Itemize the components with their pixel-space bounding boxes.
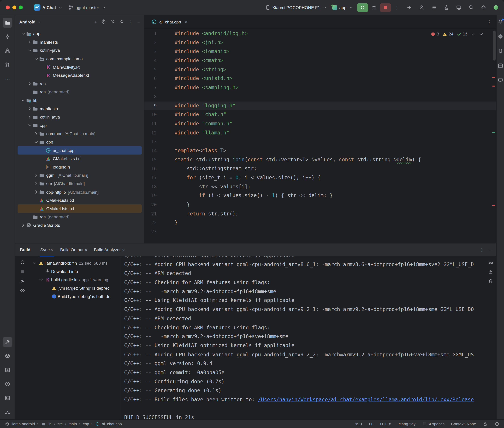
code-line-5[interactable]: 5#include <string> <box>144 65 496 74</box>
chevron-right-icon[interactable] <box>26 81 33 86</box>
project-tool-button[interactable] <box>3 18 12 28</box>
run-config-selector[interactable]: app <box>330 3 356 12</box>
clang-tidy-widget[interactable]: .clang-tidy <box>398 421 416 426</box>
next-issue-icon[interactable] <box>479 32 484 37</box>
structure-tool-button[interactable] <box>3 46 12 56</box>
task-list-button[interactable] <box>429 3 439 12</box>
tree-item-res[interactable]: res(generated) <box>18 213 142 221</box>
search-everywhere-button[interactable] <box>466 3 476 12</box>
code-line-13[interactable]: 13 <box>144 137 496 147</box>
inspection-indicator-icon[interactable] <box>494 421 499 427</box>
tree-item-kotlin-java[interactable]: kotlin+java <box>18 46 142 55</box>
breadcrumb-item-src[interactable]: src <box>58 421 63 426</box>
user-avatar[interactable] <box>491 3 501 12</box>
minimize-panel-icon[interactable]: − <box>489 247 492 252</box>
code-line-17[interactable]: 17 for (size_t i = 0; i < values.size();… <box>144 173 496 182</box>
app-inspection-tool-button[interactable] <box>3 351 12 361</box>
line-separator[interactable]: LF <box>369 421 374 426</box>
editor-scrollbar[interactable] <box>492 29 496 243</box>
collapse-all-icon[interactable] <box>119 19 125 24</box>
tree-item-kotlin-java[interactable]: kotlin+java <box>18 113 142 121</box>
rerun-sync-icon[interactable] <box>20 260 25 265</box>
chevron-down-icon[interactable] <box>33 56 39 61</box>
code-line-10[interactable]: 10#include "chat.h" <box>144 110 496 119</box>
error-stripe-mark[interactable] <box>492 77 495 78</box>
chevron-right-icon[interactable] <box>33 181 39 186</box>
build-tab-build-output[interactable]: Build Output× <box>57 243 91 256</box>
breadcrumb-item-llama-android[interactable]: llama.android <box>5 421 35 427</box>
device-selector[interactable]: Xiaomi POCOPHONE F1 <box>263 3 330 12</box>
editor-tab[interactable]: C+ ai_chat.cpp × <box>149 15 190 28</box>
code-line-22[interactable]: 22} <box>144 219 496 228</box>
code-line-12[interactable]: 12#include "llama.h" <box>144 128 496 138</box>
settings-button[interactable] <box>479 3 488 12</box>
tree-item-app[interactable]: app <box>18 30 142 38</box>
chevron-down-icon[interactable] <box>20 98 26 103</box>
code-line-18[interactable]: 18 str << values[i]; <box>144 182 496 191</box>
tree-item-jvmtarget-string-is-deprec[interactable]: 'jvmTarget: String' is deprec <box>29 284 120 292</box>
tree-item-cmakelists-txt[interactable]: CMakeLists.txt <box>18 155 142 163</box>
tree-item-manifests[interactable]: manifests <box>18 105 142 113</box>
build-tab-sync[interactable]: Sync× <box>37 243 57 256</box>
panel-options-icon[interactable]: ⋮ <box>128 19 133 24</box>
stop-sync-icon[interactable] <box>20 269 25 274</box>
project-widget[interactable]: AC AiChat <box>31 3 66 12</box>
expand-all-icon[interactable] <box>110 19 115 24</box>
zoom-window-button[interactable] <box>19 6 23 9</box>
tree-item-res[interactable]: res(generated) <box>18 88 142 96</box>
lock-icon[interactable] <box>483 421 488 427</box>
code-line-4[interactable]: 4#include <cmath> <box>144 56 496 66</box>
locate-file-icon[interactable] <box>101 19 106 24</box>
notifications-button[interactable] <box>498 19 503 25</box>
code-line-3[interactable]: 3#include <iomanip> <box>144 47 496 56</box>
stop-button[interactable] <box>380 3 391 12</box>
tree-item-logging-h[interactable]: Hlogging.h <box>18 163 142 171</box>
inspections-widget[interactable]: 3 24 15 <box>429 31 485 38</box>
profiler-tool-button[interactable] <box>3 365 12 375</box>
tree-item-gradle-scripts[interactable]: GGradle Scripts <box>18 221 142 230</box>
code-line-9[interactable]: 9#include "logging.h" <box>144 101 496 110</box>
tree-item-cmakelists-txt[interactable]: CMakeLists.txt <box>18 196 142 205</box>
tree-item-cpp-httplib[interactable]: cpp-httplib[AiChat.lib.main] <box>18 188 142 196</box>
tree-item-lib[interactable]: lib <box>18 96 142 105</box>
build-tool-button[interactable] <box>3 337 12 347</box>
rerun-button[interactable] <box>357 3 368 12</box>
chevron-down-icon[interactable] <box>37 19 43 24</box>
code-line-11[interactable]: 11#include "common.h" <box>144 119 496 128</box>
chevron-right-icon[interactable] <box>26 106 33 111</box>
breadcrumb-item-cpp[interactable]: cpp <box>83 421 89 426</box>
build-options-icon[interactable]: ⋮ <box>479 247 484 252</box>
error-stripe-mark[interactable] <box>492 86 495 87</box>
build-variants-button[interactable] <box>442 3 451 12</box>
code-line-19[interactable]: 19 if (i < values.size() - 1) { str << d… <box>144 191 496 201</box>
file-encoding[interactable]: UTF-8 <box>380 421 391 426</box>
tree-item-mainactivity-kt[interactable]: MainActivity.kt <box>18 63 142 71</box>
breadcrumb-item-main[interactable]: main <box>68 421 77 426</box>
tree-item-res[interactable]: res <box>18 80 142 88</box>
minimize-window-button[interactable] <box>12 6 16 9</box>
chevron-right-icon[interactable] <box>26 40 33 45</box>
add-button[interactable]: + <box>94 19 97 24</box>
tree-item-ai-chat-cpp[interactable]: C+ai_chat.cpp <box>18 146 142 155</box>
tree-item-buildtype-debug-is-both-de[interactable]: BuildType 'debug' is both de <box>29 292 120 301</box>
chevron-down-icon[interactable] <box>31 261 37 266</box>
caret-position[interactable]: 9:21 <box>355 421 362 426</box>
more-tools-button[interactable]: ⋯ <box>3 74 12 83</box>
chevron-right-icon[interactable] <box>20 223 26 228</box>
more-run-actions-button[interactable]: ⋮ <box>392 3 402 12</box>
tree-item-cpp[interactable]: cpp <box>18 138 142 146</box>
context-widget[interactable]: Context: None <box>451 421 476 426</box>
code-line-6[interactable]: 6#include <unistd.h> <box>144 74 496 83</box>
console-file-link[interactable]: /Users/hanyin/Workspace/ai-chat/examples… <box>258 397 474 403</box>
soft-wrap-icon[interactable] <box>488 260 493 265</box>
chevron-down-icon[interactable] <box>20 31 26 36</box>
chevron-down-icon[interactable] <box>26 123 33 128</box>
code-line-14[interactable]: 14template<class T> <box>144 147 496 156</box>
code-line-8[interactable]: 8 <box>144 92 496 101</box>
hide-panel-icon[interactable]: − <box>137 19 140 24</box>
filter-icon[interactable] <box>20 288 25 293</box>
clear-console-icon[interactable] <box>488 279 493 284</box>
tree-item-cmakelists-txt[interactable]: CMakeLists.txt <box>18 205 142 213</box>
error-stripe-mark[interactable] <box>492 205 495 206</box>
chevron-right-icon[interactable] <box>33 173 39 178</box>
